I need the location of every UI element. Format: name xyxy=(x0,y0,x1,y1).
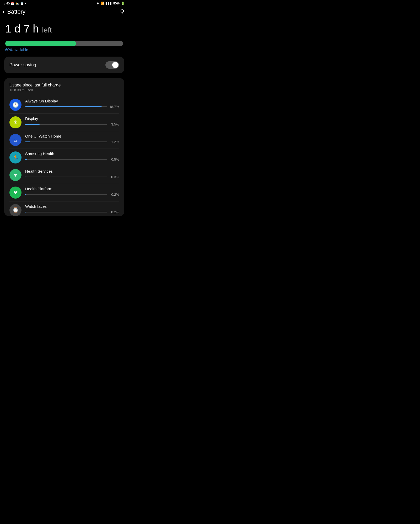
note-icon: 📋 xyxy=(20,2,24,5)
app-bar-fill xyxy=(25,194,26,195)
app-item[interactable]: 🕐 Always On Display 18.7% xyxy=(9,96,119,111)
battery-progress-bg xyxy=(5,41,123,46)
battery-time: 1 d 7 h left xyxy=(5,23,123,35)
app-bar-fill xyxy=(25,106,102,107)
battery-progress-fill xyxy=(5,41,76,46)
app-icon: 🏃 xyxy=(9,151,21,163)
app-bar-bg xyxy=(25,106,107,107)
signal-icon: ▊▊▊ xyxy=(106,2,112,5)
app-details: Health Platform 0.2% xyxy=(25,187,119,196)
app-bar-row: 1.2% xyxy=(25,140,119,144)
app-item[interactable]: ❤ Health Platform 0.2% xyxy=(9,184,119,199)
app-bar-bg xyxy=(25,124,107,125)
calendar-icon: 📅 xyxy=(11,2,14,5)
app-details: Watch faces 0.2% xyxy=(25,204,119,214)
toggle-knob xyxy=(112,62,119,68)
app-details: Always On Display 18.7% xyxy=(25,99,119,109)
app-name: Samsung Health xyxy=(25,151,119,156)
app-bar-bg xyxy=(25,141,107,142)
battery-icon: 🔋 xyxy=(121,2,125,5)
app-usage-list: 🕐 Always On Display 18.7% ☀ Display xyxy=(9,96,119,216)
app-name: Health Services xyxy=(25,169,119,173)
app-details: One UI Watch Home 1.2% xyxy=(25,134,119,144)
app-icon: ❤ xyxy=(9,187,21,199)
bluetooth-icon: ✱ xyxy=(96,2,99,5)
app-percent: 18.7% xyxy=(109,105,119,109)
search-button[interactable]: ⚲ xyxy=(120,8,124,15)
app-item[interactable]: ☀ Display 3.5% xyxy=(9,114,119,128)
app-bar-row: 0.5% xyxy=(25,157,119,161)
app-item[interactable]: ♥ Health Services 0.3% xyxy=(9,166,119,181)
usage-section: Usage since last full charge 13 h 38 m u… xyxy=(4,78,124,216)
status-right: ✱ 📶 ▊▊▊ 85% 🔋 xyxy=(96,2,125,5)
power-saving-label: Power saving xyxy=(9,62,36,68)
status-time: 8:45 xyxy=(4,2,10,5)
status-left: 8:45 📅 ⛅ 📋 • xyxy=(4,2,26,5)
battery-left-label: left xyxy=(42,26,52,34)
app-icon: ☀ xyxy=(9,116,21,128)
page-title: Battery xyxy=(7,8,25,15)
app-name: One UI Watch Home xyxy=(25,134,119,138)
app-bar-bg xyxy=(25,212,107,212)
battery-progress-container: 60% available xyxy=(5,41,123,52)
battery-days: 1 d xyxy=(5,23,20,35)
app-bar-fill xyxy=(25,141,30,142)
app-item[interactable]: 🏃 Samsung Health 0.5% xyxy=(9,149,119,163)
app-bar-row: 0.3% xyxy=(25,175,119,179)
app-icon-symbol: ⌚ xyxy=(12,207,19,213)
power-saving-toggle[interactable] xyxy=(105,61,119,69)
status-bar: 8:45 📅 ⛅ 📋 • ✱ 📶 ▊▊▊ 85% 🔋 xyxy=(0,0,128,6)
app-bar-bg xyxy=(25,177,107,177)
app-name: Display xyxy=(25,116,119,121)
app-icon: ⌂ xyxy=(9,134,21,146)
app-icon-symbol: ❤ xyxy=(13,189,18,196)
app-icon-symbol: ♥ xyxy=(14,172,17,178)
usage-title: Usage since last full charge xyxy=(9,83,119,88)
app-bar-row: 3.5% xyxy=(25,122,119,126)
cloud-icon: ⛅ xyxy=(15,2,19,5)
dot-icon: • xyxy=(25,2,26,5)
app-name: Watch faces xyxy=(25,204,119,209)
back-button[interactable]: ‹ xyxy=(3,8,4,15)
app-bar-bg xyxy=(25,194,107,195)
app-percent: 0.5% xyxy=(109,157,119,161)
battery-time-section: 1 d 7 h left xyxy=(0,18,128,37)
app-name: Always On Display xyxy=(25,99,119,103)
app-percent: 0.3% xyxy=(109,175,119,179)
battery-hours: 7 h xyxy=(24,23,39,35)
app-icon: ⌚ xyxy=(9,204,21,216)
app-details: Display 3.5% xyxy=(25,116,119,126)
app-icon-symbol: ☀ xyxy=(13,119,18,125)
top-bar-left: ‹ Battery xyxy=(3,8,25,15)
available-text: 60% available xyxy=(5,48,123,52)
app-icon: 🕐 xyxy=(9,99,21,111)
app-percent: 3.5% xyxy=(109,122,119,126)
app-details: Samsung Health 0.5% xyxy=(25,151,119,161)
app-bar-bg xyxy=(25,159,107,160)
battery-percent: 85% xyxy=(113,2,120,5)
app-bar-row: 0.2% xyxy=(25,210,119,214)
app-name: Health Platform xyxy=(25,187,119,191)
app-bar-fill xyxy=(25,212,26,212)
app-icon: ♥ xyxy=(9,169,21,181)
app-bar-row: 0.2% xyxy=(25,193,119,196)
app-percent: 1.2% xyxy=(109,140,119,144)
app-icon-symbol: 🕐 xyxy=(12,102,19,108)
power-saving-card[interactable]: Power saving xyxy=(4,57,124,73)
app-icon-symbol: 🏃 xyxy=(12,154,19,161)
usage-subtitle: 13 h 38 m used xyxy=(9,88,119,92)
wifi-icon: 📶 xyxy=(100,2,104,5)
app-bar-row: 18.7% xyxy=(25,105,119,109)
app-item[interactable]: ⌚ Watch faces 0.2% xyxy=(9,201,119,216)
app-percent: 0.2% xyxy=(109,193,119,196)
top-bar: ‹ Battery ⚲ xyxy=(0,6,128,18)
app-icon-symbol: ⌂ xyxy=(14,137,17,143)
app-details: Health Services 0.3% xyxy=(25,169,119,179)
app-item[interactable]: ⌂ One UI Watch Home 1.2% xyxy=(9,131,119,146)
app-percent: 0.2% xyxy=(109,210,119,214)
app-bar-fill xyxy=(25,124,40,125)
app-bar-fill xyxy=(25,177,26,177)
app-bar-fill xyxy=(25,159,27,160)
